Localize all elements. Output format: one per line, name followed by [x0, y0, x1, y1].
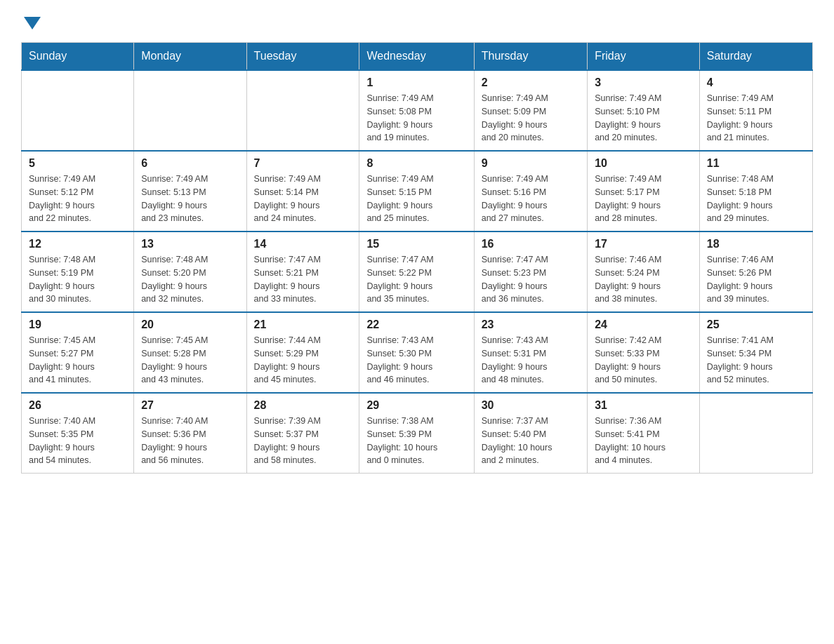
sunset-text: Sunset: 5:29 PM — [254, 347, 352, 361]
day-number: 15 — [366, 238, 466, 250]
daylight-minutes: and 35 minutes. — [366, 293, 466, 306]
sunset-text: Sunset: 5:22 PM — [366, 267, 466, 280]
day-number: 14 — [254, 238, 352, 250]
sunrise-text: Sunrise: 7:49 AM — [482, 92, 580, 105]
calendar-cell: 17Sunrise: 7:46 AMSunset: 5:24 PMDayligh… — [588, 232, 700, 312]
daylight-minutes: and 28 minutes. — [595, 212, 692, 225]
daylight-text: Daylight: 9 hours — [595, 199, 692, 213]
day-info: Sunrise: 7:38 AMSunset: 5:39 PMDaylight:… — [366, 415, 466, 467]
calendar-cell — [22, 70, 134, 151]
calendar-cell: 24Sunrise: 7:42 AMSunset: 5:33 PMDayligh… — [588, 312, 700, 393]
daylight-minutes: and 43 minutes. — [141, 373, 239, 387]
weekday-header-friday: Friday — [588, 43, 700, 71]
daylight-minutes: and 58 minutes. — [254, 454, 352, 467]
sunset-text: Sunset: 5:17 PM — [595, 186, 692, 199]
day-info: Sunrise: 7:36 AMSunset: 5:41 PMDaylight:… — [595, 415, 692, 467]
daylight-text: Daylight: 9 hours — [254, 199, 352, 213]
daylight-text: Daylight: 9 hours — [141, 361, 239, 374]
daylight-minutes: and 33 minutes. — [254, 293, 352, 306]
sunset-text: Sunset: 5:26 PM — [707, 267, 805, 280]
sunrise-text: Sunrise: 7:47 AM — [482, 253, 580, 267]
daylight-minutes: and 21 minutes. — [707, 131, 805, 145]
calendar-cell: 19Sunrise: 7:45 AMSunset: 5:27 PMDayligh… — [22, 312, 134, 393]
day-number: 23 — [482, 318, 580, 331]
daylight-minutes: and 0 minutes. — [366, 454, 466, 467]
sunset-text: Sunset: 5:27 PM — [29, 347, 126, 361]
sunset-text: Sunset: 5:16 PM — [482, 186, 580, 199]
day-info: Sunrise: 7:48 AMSunset: 5:19 PMDaylight:… — [29, 253, 126, 306]
week-row-5: 26Sunrise: 7:40 AMSunset: 5:35 PMDayligh… — [22, 393, 813, 474]
daylight-text: Daylight: 9 hours — [482, 280, 580, 293]
daylight-text: Daylight: 9 hours — [366, 280, 466, 293]
calendar-cell: 3Sunrise: 7:49 AMSunset: 5:10 PMDaylight… — [588, 70, 700, 151]
sunset-text: Sunset: 5:40 PM — [482, 428, 580, 441]
daylight-minutes: and 50 minutes. — [595, 373, 692, 387]
daylight-text: Daylight: 9 hours — [254, 441, 352, 455]
daylight-minutes: and 52 minutes. — [707, 373, 805, 387]
sunset-text: Sunset: 5:37 PM — [254, 428, 352, 441]
sunset-text: Sunset: 5:13 PM — [141, 186, 239, 199]
sunrise-text: Sunrise: 7:36 AM — [595, 415, 692, 428]
calendar-cell: 15Sunrise: 7:47 AMSunset: 5:22 PMDayligh… — [359, 232, 474, 312]
day-info: Sunrise: 7:41 AMSunset: 5:34 PMDaylight:… — [707, 334, 805, 387]
daylight-text: Daylight: 9 hours — [254, 280, 352, 293]
calendar-cell — [699, 393, 812, 474]
day-info: Sunrise: 7:47 AMSunset: 5:23 PMDaylight:… — [482, 253, 580, 306]
week-row-4: 19Sunrise: 7:45 AMSunset: 5:27 PMDayligh… — [22, 312, 813, 393]
calendar-cell: 21Sunrise: 7:44 AMSunset: 5:29 PMDayligh… — [246, 312, 359, 393]
day-info: Sunrise: 7:37 AMSunset: 5:40 PMDaylight:… — [482, 415, 580, 467]
calendar-cell: 25Sunrise: 7:41 AMSunset: 5:34 PMDayligh… — [699, 312, 812, 393]
sunset-text: Sunset: 5:34 PM — [707, 347, 805, 361]
daylight-minutes: and 46 minutes. — [366, 373, 466, 387]
day-number: 26 — [29, 399, 126, 412]
calendar-cell — [246, 70, 359, 151]
daylight-text: Daylight: 9 hours — [707, 119, 805, 132]
day-number: 16 — [482, 238, 580, 250]
calendar-cell: 11Sunrise: 7:48 AMSunset: 5:18 PMDayligh… — [699, 151, 812, 232]
sunrise-text: Sunrise: 7:39 AM — [254, 415, 352, 428]
day-info: Sunrise: 7:43 AMSunset: 5:30 PMDaylight:… — [366, 334, 466, 387]
sunset-text: Sunset: 5:09 PM — [482, 105, 580, 119]
daylight-text: Daylight: 9 hours — [141, 199, 239, 213]
daylight-text: Daylight: 9 hours — [141, 280, 239, 293]
logo-arrow-icon — [24, 17, 41, 29]
day-info: Sunrise: 7:49 AMSunset: 5:17 PMDaylight:… — [595, 173, 692, 225]
day-info: Sunrise: 7:47 AMSunset: 5:21 PMDaylight:… — [254, 253, 352, 306]
day-number: 31 — [595, 399, 692, 412]
daylight-minutes: and 29 minutes. — [707, 212, 805, 225]
sunrise-text: Sunrise: 7:47 AM — [254, 253, 352, 267]
day-number: 17 — [595, 238, 692, 250]
page-header — [21, 14, 813, 29]
daylight-minutes: and 41 minutes. — [29, 373, 126, 387]
day-info: Sunrise: 7:43 AMSunset: 5:31 PMDaylight:… — [482, 334, 580, 387]
sunset-text: Sunset: 5:12 PM — [29, 186, 126, 199]
sunrise-text: Sunrise: 7:46 AM — [707, 253, 805, 267]
calendar-cell: 16Sunrise: 7:47 AMSunset: 5:23 PMDayligh… — [474, 232, 587, 312]
daylight-text: Daylight: 9 hours — [29, 280, 126, 293]
sunrise-text: Sunrise: 7:45 AM — [141, 334, 239, 347]
daylight-text: Daylight: 10 hours — [595, 441, 692, 455]
day-number: 20 — [141, 318, 239, 331]
day-number: 4 — [707, 76, 805, 89]
sunset-text: Sunset: 5:19 PM — [29, 267, 126, 280]
day-number: 2 — [482, 76, 580, 89]
sunrise-text: Sunrise: 7:40 AM — [29, 415, 126, 428]
sunrise-text: Sunrise: 7:42 AM — [595, 334, 692, 347]
day-info: Sunrise: 7:49 AMSunset: 5:16 PMDaylight:… — [482, 173, 580, 225]
calendar-cell: 4Sunrise: 7:49 AMSunset: 5:11 PMDaylight… — [699, 70, 812, 151]
day-number: 1 — [366, 76, 466, 89]
daylight-minutes: and 48 minutes. — [482, 373, 580, 387]
daylight-text: Daylight: 9 hours — [707, 199, 805, 213]
calendar-cell: 1Sunrise: 7:49 AMSunset: 5:08 PMDaylight… — [359, 70, 474, 151]
sunrise-text: Sunrise: 7:47 AM — [366, 253, 466, 267]
daylight-minutes: and 25 minutes. — [366, 212, 466, 225]
day-number: 3 — [595, 76, 692, 89]
day-info: Sunrise: 7:40 AMSunset: 5:35 PMDaylight:… — [29, 415, 126, 467]
day-number: 24 — [595, 318, 692, 331]
week-row-1: 1Sunrise: 7:49 AMSunset: 5:08 PMDaylight… — [22, 70, 813, 151]
daylight-text: Daylight: 9 hours — [141, 441, 239, 455]
day-number: 27 — [141, 399, 239, 412]
day-number: 29 — [366, 399, 466, 412]
daylight-minutes: and 20 minutes. — [595, 131, 692, 145]
day-number: 25 — [707, 318, 805, 331]
